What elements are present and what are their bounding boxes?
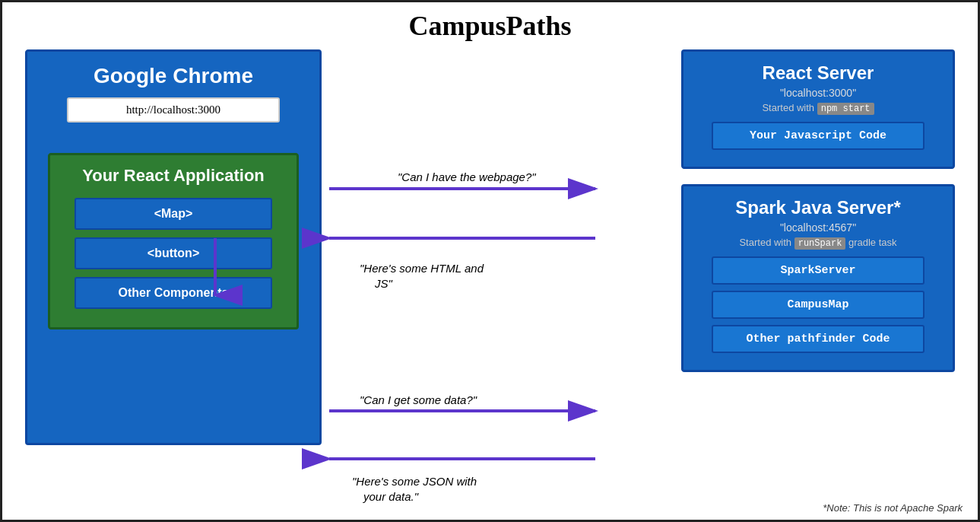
react-server-subtitle: "localhost:3000" — [780, 87, 856, 99]
spark-server-started: Started with runSpark gradle task — [739, 237, 896, 249]
response-json-label2: your data." — [363, 490, 419, 503]
button-component: <button> — [75, 237, 272, 269]
chrome-title: Google Chrome — [94, 64, 253, 88]
footnote: *Note: This is not Apache Spark — [823, 502, 963, 514]
react-server-title: React Server — [763, 62, 874, 84]
campus-map-btn: CampusMap — [712, 291, 924, 319]
react-server-started: Started with npm start — [762, 102, 874, 114]
spark-server-title: Spark Java Server* — [735, 197, 901, 218]
react-server-box: React Server "localhost:3000" Started wi… — [681, 49, 955, 169]
page-title: CampusPaths — [10, 10, 970, 42]
right-section: React Server "localhost:3000" Started wi… — [681, 49, 955, 372]
spark-server-subtitle: "localhost:4567" — [780, 221, 856, 234]
diagram-area: Google Chrome http://localhost:3000 Your… — [10, 49, 970, 491]
react-app-box: Your React Application <Map> <button> Ot… — [48, 153, 299, 329]
other-components: Other Components — [75, 277, 272, 309]
other-pathfinder-btn: Other pathfinder Code — [712, 325, 924, 353]
spark-server-btn: SparkServer — [712, 256, 924, 285]
main-container: CampusPaths Google Chrome http://localho… — [0, 0, 980, 522]
npm-start-badge: npm start — [817, 103, 874, 115]
map-component: <Map> — [75, 198, 272, 230]
javascript-code-btn: Your Javascript Code — [712, 122, 924, 150]
run-spark-badge: runSpark — [794, 237, 846, 250]
spark-server-box: Spark Java Server* "localhost:4567" Star… — [681, 184, 955, 372]
react-app-title: Your React Application — [82, 166, 265, 186]
chrome-box: Google Chrome http://localhost:3000 Your… — [25, 49, 322, 445]
url-bar: http://localhost:3000 — [67, 97, 280, 123]
